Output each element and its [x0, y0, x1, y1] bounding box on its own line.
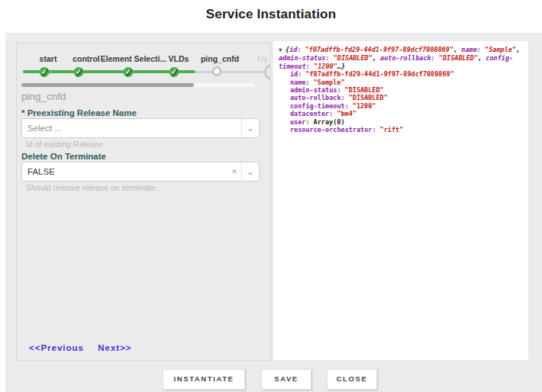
json-entry: datacenter:"bm4" [290, 110, 524, 117]
json-entry: id:"f07adffb-fd29-44d1-9f97-89dcf7080869… [290, 70, 524, 78]
modal-surface: start control Element Selecti... VLDs pi… [5, 33, 542, 392]
step-label-vlds[interactable]: VLDs [169, 54, 189, 63]
step-upcoming-icon[interactable] [264, 64, 271, 80]
json-entry: name:"Sample" [290, 79, 524, 86]
wizard-section-title: ping_cnfd [21, 91, 66, 102]
json-entry: resource-orchestrator:"rift" [290, 126, 524, 133]
instantiate-button[interactable]: INSTANTIATE [163, 369, 245, 390]
page-title: Service Instantiation [0, 7, 542, 22]
chevron-down-icon[interactable]: ⌄ [241, 119, 259, 137]
json-entry: config-timeout:"1200" [290, 102, 524, 110]
delete-on-terminate-label: Delete On Terminate [21, 152, 106, 161]
chevron-down-icon[interactable]: ⌄ [241, 162, 259, 181]
step-label-control[interactable]: control [73, 54, 100, 63]
json-object-preview[interactable]: ▼ {id: "f07adffb-fd29-44d1-9f97-89dcf708… [279, 46, 524, 70]
delete-on-terminate-help: Should remove release on terminate. [26, 183, 157, 192]
close-button[interactable]: CLOSE [327, 369, 377, 390]
save-button[interactable]: SAVE [261, 369, 311, 390]
clear-icon[interactable]: × [227, 166, 241, 177]
next-link[interactable]: Next>> [98, 343, 131, 352]
step-current-icon[interactable] [212, 66, 222, 76]
step-done-icon[interactable]: ✓ [124, 67, 134, 77]
step-done-icon[interactable]: ✓ [40, 67, 50, 77]
json-entry: admin-status:"DISABLED" [290, 86, 524, 94]
preexisting-release-name-help: Id of existing Release. [26, 140, 105, 149]
step-label-us[interactable]: Us [258, 54, 268, 63]
delete-on-terminate-value[interactable]: FALSE [22, 167, 227, 176]
json-inspector: ▼ {id: "f07adffb-fd29-44d1-9f97-89dcf708… [273, 41, 528, 360]
stepper-scrollbar-track[interactable] [21, 83, 255, 87]
stepper-remaining-line [195, 71, 271, 73]
step-done-icon[interactable]: ✓ [169, 67, 179, 77]
step-label-element-selection[interactable]: Element Selecti... [101, 54, 166, 63]
wizard-panel: start control Element Selecti... VLDs pi… [16, 43, 271, 361]
step-label-start[interactable]: start [40, 54, 57, 63]
json-entry: auto-rollback:"DISABLED" [290, 94, 524, 101]
delete-on-terminate-select[interactable]: FALSE × ⌄ [21, 162, 260, 182]
preexisting-release-name-value[interactable]: Select ... [22, 124, 241, 133]
previous-link[interactable]: <<Previous [29, 343, 84, 352]
stepper-scrollbar-thumb[interactable] [21, 83, 194, 87]
step-label-ping-cnfd[interactable]: ping_cnfd [201, 54, 239, 63]
service-instantiation-screen: Service Instantiation start control Elem… [0, 0, 542, 392]
json-entries: id:"f07adffb-fd29-44d1-9f97-89dcf7080869… [279, 70, 524, 133]
preexisting-release-name-label: * Preexisting Release Name [21, 108, 137, 117]
wizard-nav: <<Previous Next>> [29, 343, 132, 352]
step-done-icon[interactable]: ✓ [74, 67, 84, 77]
preexisting-release-name-select[interactable]: Select ... ⌄ [21, 118, 260, 138]
json-entry: user:Array(0) [290, 118, 524, 126]
